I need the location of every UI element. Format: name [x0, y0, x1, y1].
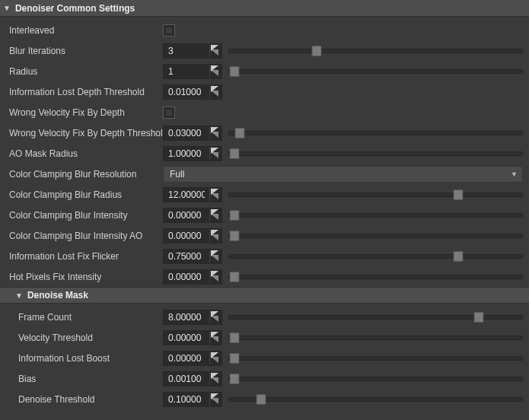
slider-color-clamping-blur-intensity-ao[interactable]	[228, 229, 523, 243]
spinbox-info-lost-boost[interactable]	[163, 351, 222, 366]
spinner-icon[interactable]	[209, 331, 221, 345]
spinner-icon[interactable]	[209, 85, 221, 99]
spinner-icon[interactable]	[209, 65, 221, 78]
label-info-lost-fix-flicker: Information Lost Fix Flicker	[6, 251, 163, 262]
input-hot-pixels-fix-intensity[interactable]	[164, 270, 209, 284]
slider-info-lost-boost[interactable]	[228, 352, 523, 365]
input-blur-iterations[interactable]	[164, 44, 209, 58]
slider-frame-count[interactable]	[228, 310, 523, 324]
input-info-lost-fix-flicker[interactable]	[164, 250, 209, 263]
svg-marker-24	[211, 357, 218, 363]
svg-marker-10	[211, 193, 218, 199]
label-velocity-threshold: Velocity Threshold	[6, 332, 163, 343]
label-blur-iterations: Blur Iterations	[6, 46, 163, 56]
svg-marker-16	[211, 255, 218, 261]
spinbox-ao-mask-radius[interactable]	[163, 146, 222, 161]
input-denoise-threshold[interactable]	[164, 393, 209, 406]
chevron-down-icon[interactable]: ▼	[15, 291, 23, 300]
spinbox-color-clamping-blur-intensity[interactable]	[163, 208, 222, 223]
input-info-lost-depth-threshold[interactable]	[164, 85, 209, 99]
label-color-clamping-blur-radius: Color Clamping Blur Radius	[6, 189, 163, 200]
row-color-clamping-blur-radius: Color Clamping Blur Radius	[0, 184, 529, 205]
section-header-denoiser[interactable]: ▼ Denoiser Common Settings	[0, 0, 529, 17]
row-ao-mask-radius: AO Mask Radius	[0, 143, 529, 164]
spinbox-radius[interactable]	[163, 64, 222, 79]
svg-marker-2	[211, 70, 218, 76]
input-color-clamping-blur-intensity[interactable]	[164, 208, 209, 222]
spinner-icon[interactable]	[209, 310, 221, 324]
dropdown-color-clamping-blur-resolution[interactable]: Full ▼	[163, 166, 523, 183]
spinner-icon[interactable]	[209, 126, 221, 140]
spinbox-wrong-velocity-fix-by-depth-threshold[interactable]	[163, 126, 222, 141]
input-color-clamping-blur-radius[interactable]	[164, 188, 209, 202]
row-velocity-threshold: Velocity Threshold	[0, 327, 529, 348]
spinner-icon[interactable]	[209, 352, 221, 365]
checkbox-wrong-velocity-fix-by-depth[interactable]	[163, 107, 175, 119]
svg-marker-6	[211, 132, 218, 138]
input-frame-count[interactable]	[164, 310, 209, 324]
input-bias[interactable]	[164, 372, 209, 386]
svg-marker-20	[211, 316, 218, 322]
spinbox-bias[interactable]	[163, 371, 222, 387]
input-ao-mask-radius[interactable]	[164, 147, 209, 161]
denoise-mask-rows: Frame Count Velocity Threshold	[0, 304, 529, 409]
spinbox-denoise-threshold[interactable]	[163, 392, 222, 407]
checkbox-interleaved[interactable]	[163, 24, 175, 37]
input-radius[interactable]	[164, 65, 209, 78]
slider-blur-iterations[interactable]	[228, 44, 523, 58]
svg-marker-22	[211, 336, 218, 342]
input-info-lost-boost[interactable]	[164, 352, 209, 365]
row-denoise-threshold: Denoise Threshold	[0, 389, 529, 409]
slider-wrong-velocity-fix-by-depth-threshold[interactable]	[228, 126, 523, 140]
input-velocity-threshold[interactable]	[164, 331, 209, 345]
spinbox-info-lost-fix-flicker[interactable]	[163, 249, 222, 264]
spinner-icon[interactable]	[209, 229, 221, 243]
spinner-icon[interactable]	[209, 250, 221, 263]
input-wrong-velocity-fix-by-depth-threshold[interactable]	[164, 126, 209, 140]
svg-marker-28	[211, 398, 218, 404]
dropdown-value: Full	[170, 169, 184, 180]
slider-velocity-threshold[interactable]	[228, 331, 523, 345]
spinner-icon[interactable]	[209, 393, 221, 406]
spinbox-hot-pixels-fix-intensity[interactable]	[163, 269, 222, 285]
spinner-icon[interactable]	[209, 44, 221, 58]
slider-bias[interactable]	[228, 372, 523, 386]
spinner-icon[interactable]	[209, 147, 221, 161]
spinner-icon[interactable]	[209, 270, 221, 284]
spinbox-color-clamping-blur-radius[interactable]	[163, 187, 222, 202]
label-info-lost-boost: Information Lost Boost	[6, 353, 163, 364]
slider-ao-mask-radius[interactable]	[228, 147, 523, 161]
spinner-icon[interactable]	[209, 188, 221, 202]
slider-denoise-threshold[interactable]	[228, 393, 523, 406]
svg-marker-0	[211, 49, 218, 56]
section-header-denoise-mask[interactable]: ▼ Denoise Mask	[0, 287, 529, 304]
chevron-down-icon[interactable]: ▼	[3, 4, 11, 12]
row-color-clamping-blur-resolution: Color Clamping Blur Resolution Full ▼	[0, 164, 529, 184]
label-info-lost-depth-threshold: Information Lost Depth Threshold	[6, 87, 163, 97]
svg-marker-18	[211, 275, 218, 282]
row-wrong-velocity-fix-by-depth: Wrong Velocity Fix By Depth	[0, 102, 529, 123]
label-radius: Radius	[6, 66, 163, 77]
spinbox-velocity-threshold[interactable]	[163, 330, 222, 345]
svg-marker-14	[211, 234, 218, 240]
slider-radius[interactable]	[228, 65, 523, 78]
spinbox-frame-count[interactable]	[163, 310, 222, 325]
spinbox-color-clamping-blur-intensity-ao[interactable]	[163, 228, 222, 243]
spinner-icon[interactable]	[209, 208, 221, 222]
spinbox-blur-iterations[interactable]	[163, 43, 222, 59]
chevron-down-icon: ▼	[511, 170, 518, 178]
slider-color-clamping-blur-intensity[interactable]	[228, 208, 523, 222]
row-interleaved: Interleaved	[0, 20, 529, 40]
slider-info-lost-fix-flicker[interactable]	[228, 250, 523, 263]
spinner-icon[interactable]	[209, 372, 221, 386]
input-color-clamping-blur-intensity-ao[interactable]	[164, 229, 209, 243]
row-wrong-velocity-fix-by-depth-threshold: Wrong Velocity Fix By Depth Threshold	[0, 123, 529, 143]
spinbox-info-lost-depth-threshold[interactable]	[163, 84, 222, 100]
row-info-lost-depth-threshold: Information Lost Depth Threshold	[0, 81, 529, 102]
row-frame-count: Frame Count	[0, 307, 529, 327]
slider-color-clamping-blur-radius[interactable]	[228, 188, 523, 202]
settings-rows: Interleaved Blur Iterations	[0, 17, 529, 287]
label-color-clamping-blur-resolution: Color Clamping Blur Resolution	[6, 169, 163, 180]
label-color-clamping-blur-intensity: Color Clamping Blur Intensity	[6, 210, 163, 221]
slider-hot-pixels-fix-intensity[interactable]	[228, 270, 523, 284]
